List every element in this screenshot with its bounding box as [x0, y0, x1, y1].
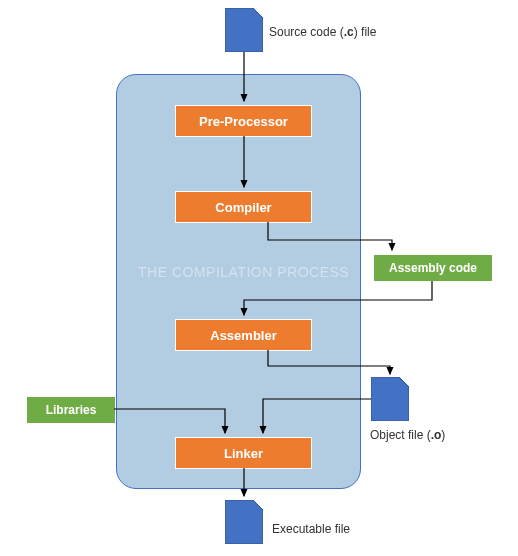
assembly-code-box: Assembly code [373, 254, 493, 282]
stage-assembler: Assembler [175, 319, 312, 351]
diagram-canvas: THE COMPILATION PROCESS Source code (.c)… [0, 0, 518, 556]
svg-marker-2 [225, 500, 263, 544]
svg-marker-0 [225, 8, 263, 52]
object-file-text: Object file (.o) [370, 428, 445, 442]
executable-file-label: Executable file [272, 522, 350, 536]
object-file-label: Object file (.o) [370, 428, 445, 442]
stage-linker: Linker [175, 437, 312, 469]
container-title: THE COMPILATION PROCESS [138, 264, 349, 280]
object-file-icon [371, 377, 409, 421]
svg-marker-1 [371, 377, 409, 421]
stage-compiler: Compiler [175, 191, 312, 223]
source-file-icon [225, 8, 263, 52]
source-file-label: Source code (.c) file [269, 25, 376, 39]
executable-file-icon [225, 500, 263, 544]
stage-preprocessor: Pre-Processor [175, 105, 312, 137]
source-file-text: Source code (.c) file [269, 25, 376, 39]
libraries-box: Libraries [26, 396, 116, 424]
